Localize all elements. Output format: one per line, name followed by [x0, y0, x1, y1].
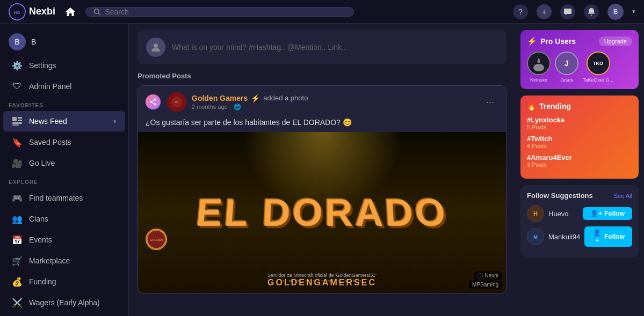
funding-icon: 💰 — [12, 276, 23, 287]
sidebar-item-events[interactable]: 📅 Events — [3, 230, 125, 250]
follow-button-0[interactable]: 👤+ Follow — [583, 207, 632, 220]
svg-line-13 — [152, 100, 154, 102]
svg-point-12 — [154, 104, 156, 106]
post-action-text: added a photo — [263, 94, 308, 102]
composer-placeholder: What is on your mind? #Hashtag.. @Mentio… — [172, 43, 346, 52]
post-author-name: Golden Gamers — [192, 94, 248, 102]
sidebar-item-saved-posts[interactable]: 🔖 Saved Posts — [3, 132, 125, 152]
see-all-link[interactable]: See All — [614, 193, 632, 199]
pro-title-text: Pro Users — [540, 37, 576, 46]
settings-icon: ⚙️ — [12, 60, 23, 71]
post-header: GG Golden Gamers ⚡ added a photo 2 month… — [138, 86, 506, 118]
follow-btn-label-1: Follow — [604, 233, 625, 240]
logo[interactable]: ND Nexbi — [9, 3, 55, 20]
user-avatar-header[interactable]: B — [607, 4, 624, 20]
nexbi-label: Nexbi — [484, 273, 498, 278]
pro-user-avatar-takeover: TKO — [587, 52, 610, 75]
svg-rect-7 — [12, 122, 22, 124]
wagers-label: Wagers (Early Alpha) — [29, 298, 100, 307]
search-input[interactable] — [105, 8, 346, 16]
follow-name-1: Mankuli94 — [548, 233, 580, 241]
chat-icon-button[interactable] — [560, 4, 575, 19]
post-image-overlay: N Nexbi MPSaming — [469, 271, 502, 289]
trending-item-0[interactable]: #Lynxlocke 5 Posts — [527, 116, 632, 130]
trending-fire-icon: 🔥 — [527, 102, 536, 111]
saved-posts-icon: 🔖 — [12, 137, 23, 148]
sidebar-item-funding[interactable]: 💰 Funding — [3, 271, 125, 292]
sidebar-item-wagers[interactable]: ⚔️ Wagers (Early Alpha) — [3, 292, 125, 313]
sidebar-item-settings[interactable]: ⚙️ Settings — [3, 55, 125, 76]
sidebar-user[interactable]: B B — [0, 29, 128, 55]
trending-hashtag-0: #Lynxlocke — [527, 116, 632, 124]
search-bar[interactable] — [85, 7, 354, 17]
clans-label: Clans — [29, 215, 48, 223]
post-globe-icon: 🌐 — [234, 104, 241, 111]
pro-user-name-takeover: TaKeOver G... — [583, 77, 613, 83]
dropdown-chevron[interactable]: ▾ — [632, 8, 635, 15]
sidebar-item-clans[interactable]: 👥 Clans — [3, 209, 125, 229]
follow-item-0: H Huevo 👤+ Follow — [527, 205, 632, 222]
pro-user-name-jesus: Jesús — [560, 77, 573, 83]
pro-user-kirinuxx: Kirinuxx — [527, 52, 551, 83]
logo-text: Nexbi — [29, 6, 55, 17]
events-icon: 📅 — [12, 234, 23, 245]
sidebar-item-admin[interactable]: 🛡 Admin Panel — [3, 76, 125, 97]
follow-btn-icon-1: 👤+ — [592, 229, 602, 244]
svg-point-11 — [150, 101, 152, 103]
svg-rect-6 — [18, 120, 22, 121]
mps-badge: MPSaming — [469, 281, 502, 289]
add-icon-button[interactable]: + — [537, 4, 552, 19]
follow-avatar-1: M — [527, 228, 544, 245]
golden-gamers-logo: GOLDEN — [146, 229, 167, 250]
news-feed-label: News Feed — [29, 117, 67, 126]
sidebar-item-news-feed[interactable]: News Feed ▾ — [3, 111, 125, 131]
post-card: GG Golden Gamers ⚡ added a photo 2 month… — [138, 85, 506, 293]
post-composer[interactable]: What is on your mind? #Hashtag.. @Mentio… — [138, 30, 506, 64]
follow-avatar-0: H — [527, 205, 544, 222]
promoted-section-label: Promoted Posts — [138, 72, 506, 80]
mps-label: MPSaming — [472, 282, 498, 288]
trending-item-1[interactable]: #Twitch 4 Posts — [527, 135, 632, 149]
svg-line-3 — [98, 13, 100, 14]
svg-text:H: H — [533, 210, 538, 217]
find-teammates-label: Find teammates — [29, 194, 83, 202]
svg-point-9 — [154, 43, 158, 48]
admin-icon: 🛡 — [12, 81, 23, 92]
pro-users-card: ⚡ Pro Users Upgrade Kirinuxx J Jesús — [520, 30, 639, 89]
post-menu-button[interactable]: ··· — [482, 94, 498, 110]
post-text: ¿Os gustaría ser parte de los habitantes… — [138, 118, 506, 132]
funding-label: Funding — [29, 277, 56, 286]
pro-user-initial-takeover: TKO — [593, 61, 603, 66]
pro-user-initial-jesus: J — [565, 59, 569, 68]
body: B B ⚙️ Settings 🛡 Admin Panel FAVORITES … — [0, 24, 644, 316]
upgrade-button[interactable]: Upgrade — [599, 36, 632, 46]
sidebar-item-find-teammates[interactable]: 🎮 Find teammates — [3, 188, 125, 208]
post-meta: Golden Gamers ⚡ added a photo 2 months a… — [192, 94, 476, 111]
news-feed-chevron: ▾ — [113, 118, 117, 125]
trending-item-2[interactable]: #Amaru4Ever 3 Posts — [527, 153, 632, 168]
svg-rect-8 — [12, 124, 19, 126]
post-author-line: Golden Gamers ⚡ added a photo — [192, 94, 476, 102]
marketplace-label: Marketplace — [29, 256, 70, 265]
settings-label: Settings — [29, 61, 56, 70]
sidebar-item-marketplace[interactable]: 🛒 Marketplace — [3, 251, 125, 271]
follow-btn-icon-0: 👤+ — [590, 210, 602, 217]
bell-icon-button[interactable] — [584, 4, 599, 19]
news-feed-icon — [12, 116, 23, 127]
post-separator: · — [230, 104, 231, 110]
svg-point-10 — [154, 99, 156, 101]
help-icon-button[interactable]: ? — [513, 4, 528, 19]
follow-button-1[interactable]: 👤+ Follow — [584, 226, 632, 247]
home-button[interactable] — [62, 3, 79, 20]
events-label: Events — [29, 236, 52, 244]
post-main-text: EL DORADO — [194, 191, 450, 234]
pro-card-header: ⚡ Pro Users Upgrade — [527, 36, 632, 46]
post-time-text: 2 months ago — [192, 104, 228, 110]
svg-text:GG: GG — [175, 101, 179, 104]
svg-line-14 — [152, 102, 154, 104]
sidebar-item-go-live[interactable]: 🎥 Go Live — [3, 153, 125, 173]
follow-suggestions-card: Follow Suggestions See All H Huevo 👤+ Fo… — [520, 185, 639, 258]
trending-title-text: Trending — [539, 102, 571, 111]
composer-avatar — [146, 38, 165, 57]
post-caption-small: Servidor de Minecraft oficial de 'Golden… — [138, 273, 506, 278]
